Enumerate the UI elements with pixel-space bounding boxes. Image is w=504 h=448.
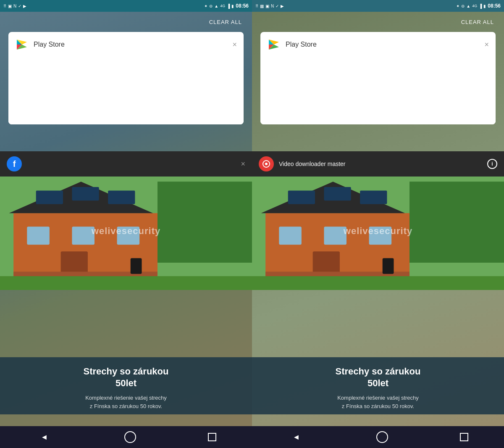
right-play-store-title: Play Store xyxy=(286,41,317,48)
left-card-header: Play Store × xyxy=(8,32,244,57)
play-arrow-icon: ▶ xyxy=(23,4,26,8)
svg-rect-11 xyxy=(36,191,63,204)
left-home-button[interactable] xyxy=(124,431,136,443)
right-subtext: Komplexné riešenie vašej strechy z Fínsk… xyxy=(260,394,496,410)
left-play-store-close[interactable]: × xyxy=(232,41,237,48)
left-watermark: welivesecurity xyxy=(92,226,160,237)
check-icon: ✓ xyxy=(18,4,21,8)
left-house-image: welivesecurity xyxy=(0,172,252,290)
right-minus-circle-icon: ⊖ xyxy=(461,4,465,8)
right-battery-icon: ▮ xyxy=(483,4,486,8)
right-play-arrow-icon: ▶ xyxy=(281,4,284,8)
svg-rect-31 xyxy=(288,191,315,204)
square-icon: ▣ xyxy=(8,4,12,8)
play-store-icon xyxy=(15,38,29,51)
right-back-button[interactable]: ◄ xyxy=(288,429,304,445)
svg-rect-33 xyxy=(360,191,387,204)
left-play-store-card: Play Store × xyxy=(8,32,244,124)
svg-point-23 xyxy=(265,163,268,165)
svg-rect-17 xyxy=(131,258,142,274)
right-bluetooth-icon: ✦ xyxy=(456,4,459,8)
right-phone-panel: ⠿ ▦ ▣ N ✓ ▶ ✦ ⊖ ▲ 4G ▐ ▮ 08:56 CLEAR ALL xyxy=(252,0,504,448)
right-play-store-card: Play Store × xyxy=(260,32,496,124)
left-card-body xyxy=(8,57,244,124)
right-n-icon: N xyxy=(271,4,274,8)
right-clear-bar: CLEAR ALL xyxy=(252,12,504,32)
right-vd-notification: Video downloader master i xyxy=(252,151,504,177)
right-status-icons-left: ⠿ ▦ ▣ N ✓ ▶ xyxy=(255,4,284,8)
facebook-icon: f xyxy=(7,156,22,171)
left-bottom-content: Strechy so zárukou 50let Komplexné rieše… xyxy=(0,357,252,414)
right-time: 08:56 xyxy=(488,3,501,9)
right-check-icon: ✓ xyxy=(276,4,279,8)
battery-icon: ▮ xyxy=(231,4,234,8)
svg-rect-37 xyxy=(383,258,394,274)
svg-rect-28 xyxy=(279,227,302,245)
right-house-image: welivesecurity xyxy=(252,172,504,290)
left-card-header-left: Play Store xyxy=(15,38,65,51)
left-back-button[interactable]: ◄ xyxy=(36,429,52,445)
right-4g-icon: 4G xyxy=(472,4,477,8)
right-photo-icon: ▦ xyxy=(260,4,264,8)
svg-rect-5 xyxy=(158,182,252,263)
n-icon: N xyxy=(13,4,16,8)
svg-rect-36 xyxy=(252,276,504,290)
svg-rect-16 xyxy=(0,276,252,290)
right-nav-bar: ◄ xyxy=(252,426,504,448)
right-signal-icon: ▐ xyxy=(479,4,482,8)
left-fb-close[interactable]: × xyxy=(241,160,245,168)
vd-notification-text: Video downloader master xyxy=(279,161,487,167)
right-recent-button[interactable] xyxy=(460,433,468,441)
signal-icon: ▐ xyxy=(227,4,230,8)
right-play-store-icon xyxy=(267,38,281,51)
right-card-body xyxy=(260,57,496,124)
left-phone-panel: ⠿ ▣ N ✓ ▶ ✦ ⊖ ▲ 4G ▐ ▮ 08:56 CLEAR ALL xyxy=(0,0,252,448)
left-recent-button[interactable] xyxy=(208,433,216,441)
video-downloader-icon xyxy=(259,156,274,171)
bluetooth-icon: ✦ xyxy=(204,4,207,8)
left-clear-all-button[interactable]: CLEAR ALL xyxy=(209,19,242,25)
grid-icon: ⠿ xyxy=(3,4,6,8)
right-bottom-content: Strechy so zárukou 50let Komplexné rieše… xyxy=(252,357,504,414)
left-time: 08:56 xyxy=(236,3,249,9)
svg-rect-25 xyxy=(410,182,504,263)
left-fb-notification: f × xyxy=(0,151,252,177)
right-watermark: welivesecurity xyxy=(344,226,412,237)
right-headline: Strechy so zárukou 50let xyxy=(260,366,496,390)
vd-info-button[interactable]: i xyxy=(487,159,497,169)
right-grid-icon: ⠿ xyxy=(255,4,258,8)
left-nav-bar: ◄ xyxy=(0,426,252,448)
left-clear-bar: CLEAR ALL xyxy=(0,12,252,32)
left-play-store-title: Play Store xyxy=(34,41,65,48)
left-headline: Strechy so zárukou 50let xyxy=(8,366,244,390)
4g-icon: 4G xyxy=(220,4,225,8)
svg-rect-13 xyxy=(108,191,135,204)
right-status-bar: ⠿ ▦ ▣ N ✓ ▶ ✦ ⊖ ▲ 4G ▐ ▮ 08:56 xyxy=(252,0,504,12)
left-status-icons-left: ⠿ ▣ N ✓ ▶ xyxy=(3,4,26,8)
right-home-button[interactable] xyxy=(376,431,388,443)
svg-rect-12 xyxy=(72,187,99,200)
right-square-icon: ▣ xyxy=(265,4,269,8)
svg-rect-8 xyxy=(27,227,50,245)
wifi-icon: ▲ xyxy=(214,4,218,8)
right-card-header: Play Store × xyxy=(260,32,496,57)
svg-rect-32 xyxy=(324,187,351,200)
right-clear-all-button[interactable]: CLEAR ALL xyxy=(461,19,494,25)
right-wifi-icon: ▲ xyxy=(466,4,470,8)
left-status-bar: ⠿ ▣ N ✓ ▶ ✦ ⊖ ▲ 4G ▐ ▮ 08:56 xyxy=(0,0,252,12)
right-card-header-left: Play Store xyxy=(267,38,317,51)
right-play-store-close[interactable]: × xyxy=(484,41,489,48)
right-status-icons-right: ✦ ⊖ ▲ 4G ▐ ▮ 08:56 xyxy=(456,3,501,9)
left-subtext: Komplexné riešenie vašej strechy z Fínsk… xyxy=(8,394,244,410)
minus-circle-icon: ⊖ xyxy=(209,4,213,8)
left-status-icons-right: ✦ ⊖ ▲ 4G ▐ ▮ 08:56 xyxy=(204,3,249,9)
